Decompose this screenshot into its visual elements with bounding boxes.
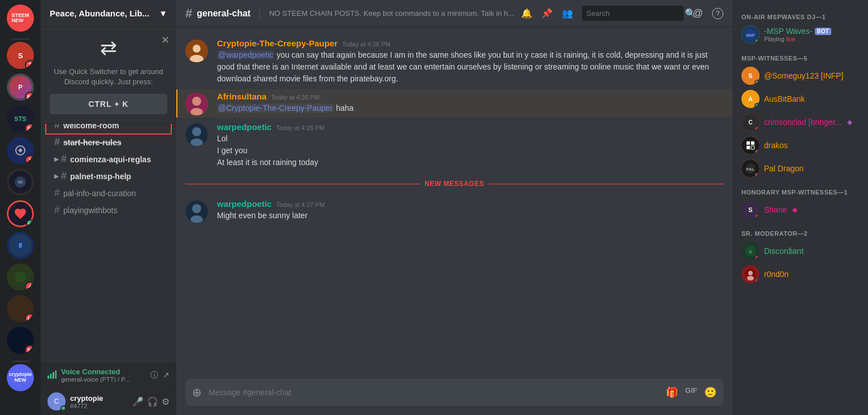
message-content: warpedpoetic Today at 4:27 PM Might even… (217, 199, 324, 223)
server-icon-2[interactable]: S 2 (7, 42, 34, 69)
server-icon-5[interactable]: 1 (7, 137, 34, 164)
add-attachment-button[interactable]: ⊕ (192, 379, 202, 406)
voice-info: Voice Connected general-voice (PTT) / P.… (61, 368, 146, 383)
chat-header: # general-chat NO STEEM CHAIN POSTS. Kee… (176, 0, 732, 27)
avatar (185, 200, 208, 223)
hash-icon: # (61, 153, 67, 165)
svg-point-19 (192, 204, 201, 213)
status-dot (754, 149, 760, 154)
message-username: Afrinsultana (217, 92, 267, 101)
member-name: Discordiant (764, 247, 804, 256)
member-avatar: PAL (741, 159, 760, 178)
svg-point-10 (193, 45, 201, 53)
voice-channel: general-voice (PTT) / P... (61, 376, 146, 383)
server-icon-green[interactable]: 4 (7, 263, 34, 291)
member-item-mspwaves[interactable]: MSP -MSP Waves- BOT Playing live (737, 23, 863, 46)
channel-list: # palnet-whitepaper # welcome-room # sta… (41, 95, 176, 362)
message-row: Afrinsultana Today at 4:26 PM @Cryptopie… (176, 89, 732, 118)
channel-name-header: general-chat (197, 8, 250, 19)
server-icon-heart[interactable] (7, 200, 34, 227)
search-box[interactable]: 🔍 (582, 6, 684, 21)
member-name: drakos (764, 141, 788, 150)
member-avatar (741, 265, 760, 283)
server-icon-blue[interactable]: 8 (7, 232, 34, 259)
server-icon-6[interactable] (7, 168, 34, 196)
server-icon-orange[interactable]: 14 (7, 295, 34, 322)
server-divider-2 (11, 361, 29, 362)
members-icon[interactable]: 👥 (562, 8, 573, 19)
new-messages-label: NEW MESSAGES (424, 180, 484, 188)
status-dot (754, 278, 760, 283)
settings-icon[interactable]: ⚙ (162, 396, 170, 407)
member-name: r0nd0n (764, 270, 789, 279)
message-header: warpedpoetic Today at 4:27 PM (217, 199, 324, 209)
gift-icon[interactable]: 🎁 (666, 386, 678, 399)
disconnect-icon[interactable]: ↗ (163, 370, 170, 381)
playing-text: Playing live (764, 36, 831, 42)
user-area: C cryptopie #4772 🎤 🎧 ⚙ (41, 387, 176, 415)
member-info: -MSP Waves- BOT Playing live (764, 27, 831, 42)
avatar (185, 93, 208, 115)
svg-point-33 (748, 271, 753, 275)
member-item-discordiant[interactable]: D Discordiant (737, 240, 863, 262)
member-item-someguy[interactable]: S @Someguy123 [INFP] (737, 64, 863, 87)
server-icon-dark[interactable]: 32 (7, 327, 34, 354)
message-input-area: ⊕ 🎁 GIF 🙂 (176, 379, 732, 415)
quick-switcher-shortcut: CTRL + K (50, 94, 167, 114)
svg-point-16 (192, 127, 201, 136)
message-username: warpedpoetic (217, 122, 272, 132)
channel-item-pal-info[interactable]: # pal-info-and-curation (45, 185, 172, 201)
server-icon-4[interactable]: STS 37 (7, 105, 34, 132)
diamond-icon: ◆ (792, 206, 797, 214)
help-icon[interactable]: ? (712, 8, 723, 19)
server-list: STEEMNEW S 2 P 81 STS 37 1 8 (0, 0, 41, 415)
status-dot (754, 103, 760, 108)
channel-item-start-here-rules[interactable]: # start-here-rules (45, 134, 172, 150)
signal-icon (47, 370, 57, 381)
server-header[interactable]: Peace, Abundance, Lib... ▼ (41, 0, 176, 27)
member-avatar: MSP (741, 25, 760, 44)
divider-line-left (185, 184, 420, 184)
quick-switcher-overlay: ✕ ⇄ Use Quick Switcher to get around Dis… (41, 27, 176, 124)
member-name: -MSP Waves- (764, 27, 813, 36)
close-icon[interactable]: ✕ (161, 34, 170, 46)
message-input-container: ⊕ 🎁 GIF 🙂 (185, 379, 723, 406)
deafen-icon[interactable]: 🎧 (147, 396, 158, 407)
server-icon-steem[interactable]: STEEMNEW (7, 5, 34, 32)
voice-actions: ⓘ ↗ (150, 370, 170, 381)
member-item-crimsonclad[interactable]: C crimsonclad [bringer... ◆ (737, 111, 863, 133)
status-dot (754, 214, 760, 219)
live-badge: live (786, 36, 796, 42)
member-item-r0nd0n[interactable]: r0nd0n (737, 263, 863, 286)
channel-item-comienza[interactable]: ▶ # comienza-aqui-reglas (45, 151, 172, 167)
hash-icon: # (54, 136, 60, 148)
channel-item-palnet-msp-help[interactable]: ▶ # palnet-msp-help (45, 168, 172, 184)
info-icon[interactable]: ⓘ (150, 370, 158, 381)
member-item-ausbitbank[interactable]: A AusBitBank (737, 88, 863, 110)
messages-area: Cryptopie-The-Creepy-Pauper Today at 4:2… (176, 27, 732, 379)
server-icon-3[interactable]: P 81 (7, 74, 34, 101)
svg-text:D: D (749, 250, 752, 254)
member-item-shane[interactable]: S Shane ◆ (737, 198, 863, 221)
channel-item-playingwithbots[interactable]: # playingwithbots (45, 202, 172, 218)
server-icon-new[interactable]: cryptopieNEW (7, 364, 34, 391)
members-sidebar: ON-AIR MSPWAVES DJ—1 MSP -MSP Waves- BOT… (732, 0, 868, 415)
quick-switcher-icon-row: ⇄ (50, 36, 167, 60)
member-item-paldragon[interactable]: PAL Pal Dragon (737, 157, 863, 180)
at-icon[interactable]: @ (693, 7, 703, 19)
pin-icon[interactable]: 📌 (541, 8, 553, 19)
member-avatar: S (741, 201, 760, 219)
bell-icon[interactable]: 🔔 (521, 8, 532, 19)
message-input[interactable] (209, 381, 659, 404)
member-item-drakos[interactable]: drakos (737, 134, 863, 157)
voice-status: Voice Connected (61, 368, 146, 376)
gif-icon[interactable]: GIF (685, 386, 697, 399)
chevron-down-icon: ▼ (159, 8, 167, 18)
channel-topic: NO STEEM CHAIN POSTS. Keep bot commands … (269, 9, 516, 18)
message-content: Afrinsultana Today at 4:26 PM @Cryptopie… (217, 92, 354, 115)
emoji-icon[interactable]: 🙂 (704, 386, 717, 399)
channel-hash-icon: # (185, 6, 192, 21)
status-dot (754, 172, 760, 178)
search-input[interactable] (587, 9, 682, 18)
mute-icon[interactable]: 🎤 (132, 396, 144, 407)
